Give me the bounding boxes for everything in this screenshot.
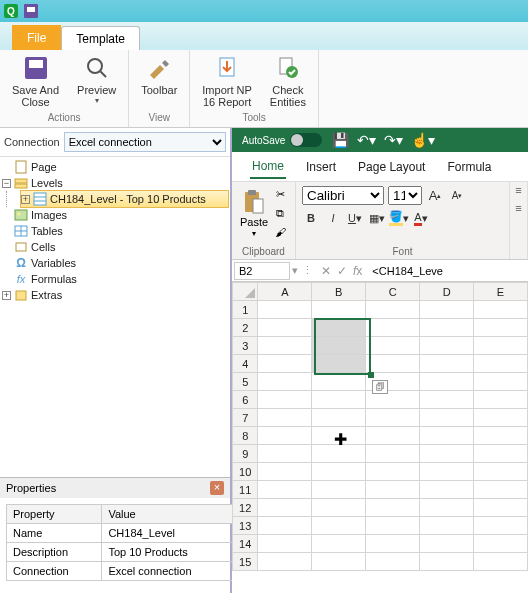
cell-A5[interactable]: [258, 373, 312, 391]
cell-D10[interactable]: [420, 463, 474, 481]
cell-D11[interactable]: [420, 481, 474, 499]
font-color-button[interactable]: A▾: [412, 209, 430, 227]
tree-extras[interactable]: +Extras: [2, 287, 228, 303]
paste-button[interactable]: Paste ▾: [238, 189, 270, 238]
bold-button[interactable]: B: [302, 209, 320, 227]
cell-D4[interactable]: [420, 355, 474, 373]
cell-E6[interactable]: [474, 391, 528, 409]
tree-variables[interactable]: ΩVariables: [2, 255, 228, 271]
cell-E2[interactable]: [474, 319, 528, 337]
qat-redo-icon[interactable]: ↷▾: [384, 132, 403, 148]
tree-formulas[interactable]: fxFormulas: [2, 271, 228, 287]
tab-template[interactable]: Template: [61, 26, 140, 50]
quick-save-icon[interactable]: [24, 4, 38, 18]
cell-D9[interactable]: [420, 445, 474, 463]
borders-button[interactable]: ▦▾: [368, 209, 386, 227]
fx-accept-icon[interactable]: ✓: [337, 264, 347, 278]
cell-D8[interactable]: [420, 427, 474, 445]
tree-images[interactable]: Images: [2, 207, 228, 223]
cell-A14[interactable]: [258, 535, 312, 553]
decrease-font-icon[interactable]: A▾: [448, 187, 466, 205]
cell-D15[interactable]: [420, 553, 474, 571]
cell-D12[interactable]: [420, 499, 474, 517]
cell-E8[interactable]: [474, 427, 528, 445]
cell-E7[interactable]: [474, 409, 528, 427]
cell-C12[interactable]: [366, 499, 420, 517]
entity-tree[interactable]: Page −Levels +CH184_Level - Top 10 Produ…: [0, 157, 230, 477]
cell-E5[interactable]: [474, 373, 528, 391]
cell-B4[interactable]: [312, 355, 366, 373]
qat-save-icon[interactable]: 💾: [332, 132, 349, 148]
tree-level-item[interactable]: +CH184_Level - Top 10 Products: [21, 191, 228, 207]
connection-select[interactable]: Excel connection: [64, 132, 226, 152]
cell-A15[interactable]: [258, 553, 312, 571]
cell-D14[interactable]: [420, 535, 474, 553]
qat-undo-icon[interactable]: ↶▾: [357, 132, 376, 148]
cell-A7[interactable]: [258, 409, 312, 427]
cell-B13[interactable]: [312, 517, 366, 535]
fx-cancel-icon[interactable]: ✕: [321, 264, 331, 278]
cell-C1[interactable]: [366, 301, 420, 319]
cell-C8[interactable]: [366, 427, 420, 445]
cell-B11[interactable]: [312, 481, 366, 499]
spreadsheet-grid[interactable]: ABCDE123456789101112131415 🗐 ✚: [232, 282, 528, 593]
cell-D3[interactable]: [420, 337, 474, 355]
italic-button[interactable]: I: [324, 209, 342, 227]
cell-B3[interactable]: [312, 337, 366, 355]
font-name-select[interactable]: Calibri: [302, 186, 384, 205]
cell-A13[interactable]: [258, 517, 312, 535]
cell-C11[interactable]: [366, 481, 420, 499]
copy-icon[interactable]: ⧉: [272, 205, 288, 221]
cell-C9[interactable]: [366, 445, 420, 463]
close-icon[interactable]: ×: [210, 481, 224, 495]
cell-A1[interactable]: [258, 301, 312, 319]
format-painter-icon[interactable]: 🖌: [272, 224, 288, 240]
cell-A3[interactable]: [258, 337, 312, 355]
cell-E14[interactable]: [474, 535, 528, 553]
cell-C10[interactable]: [366, 463, 420, 481]
toolbar-button[interactable]: Toolbar: [137, 52, 181, 98]
cell-B7[interactable]: [312, 409, 366, 427]
import-np16-button[interactable]: Import NP 16 Report: [198, 52, 256, 110]
menu-insert[interactable]: Insert: [304, 156, 338, 178]
cell-B1[interactable]: [312, 301, 366, 319]
fill-color-button[interactable]: 🪣▾: [390, 209, 408, 227]
cell-E10[interactable]: [474, 463, 528, 481]
cell-C3[interactable]: [366, 337, 420, 355]
cell-E3[interactable]: [474, 337, 528, 355]
menu-home[interactable]: Home: [250, 155, 286, 179]
cell-A4[interactable]: [258, 355, 312, 373]
save-and-close-button[interactable]: Save And Close: [8, 52, 63, 110]
cell-E4[interactable]: [474, 355, 528, 373]
align-left-icon[interactable]: ≡: [515, 202, 521, 214]
cell-E13[interactable]: [474, 517, 528, 535]
cell-A12[interactable]: [258, 499, 312, 517]
cell-E15[interactable]: [474, 553, 528, 571]
cell-B5[interactable]: [312, 373, 366, 391]
cell-B6[interactable]: [312, 391, 366, 409]
cell-A11[interactable]: [258, 481, 312, 499]
tree-page[interactable]: Page: [2, 159, 228, 175]
cell-A10[interactable]: [258, 463, 312, 481]
cell-B10[interactable]: [312, 463, 366, 481]
cell-E1[interactable]: [474, 301, 528, 319]
tab-file[interactable]: File: [12, 25, 61, 50]
cell-D2[interactable]: [420, 319, 474, 337]
cell-B15[interactable]: [312, 553, 366, 571]
cell-D5[interactable]: [420, 373, 474, 391]
tree-cells[interactable]: Cells: [2, 239, 228, 255]
cell-D1[interactable]: [420, 301, 474, 319]
font-size-select[interactable]: 11: [388, 186, 422, 205]
cell-A6[interactable]: [258, 391, 312, 409]
cell-C7[interactable]: [366, 409, 420, 427]
increase-font-icon[interactable]: A▴: [426, 187, 444, 205]
cell-C4[interactable]: [366, 355, 420, 373]
cut-icon[interactable]: ✂: [272, 186, 288, 202]
formula-value[interactable]: <CH184_Leve: [368, 265, 528, 277]
align-top-icon[interactable]: ≡: [515, 184, 521, 196]
preview-button[interactable]: Preview ▾: [73, 52, 120, 110]
cell-C15[interactable]: [366, 553, 420, 571]
cell-D7[interactable]: [420, 409, 474, 427]
cell-B12[interactable]: [312, 499, 366, 517]
name-box[interactable]: B2: [234, 262, 290, 280]
